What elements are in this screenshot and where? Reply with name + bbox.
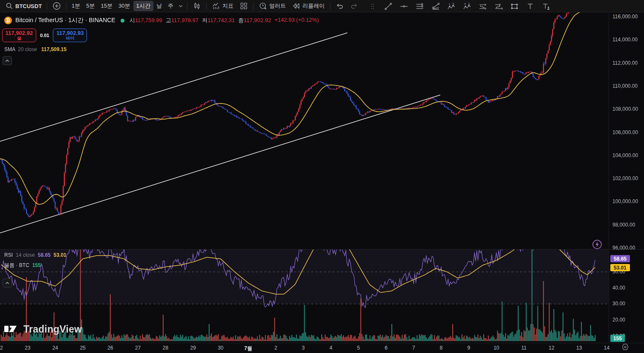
bitcoin-logo-icon: ₿ — [4, 17, 12, 24]
alert-label: 얼러트 — [269, 2, 286, 10]
volume-name: 볼륨 · BTC — [4, 262, 29, 269]
time-tick-label: 3 — [302, 345, 305, 351]
undo-button[interactable] — [332, 0, 347, 11]
candlestick-icon — [193, 2, 201, 10]
open-value: 117,759.99 — [135, 17, 162, 23]
long-position-tool[interactable] — [477, 1, 489, 12]
time-tick-label: 5 — [357, 345, 360, 351]
symbol-search-button[interactable]: BTCUSDT — [3, 0, 45, 11]
rectangle-tool[interactable] — [508, 1, 520, 12]
rsi-volume-pane[interactable] — [0, 249, 609, 343]
buy-label: 바이 — [66, 36, 74, 41]
alert-button[interactable]: 얼러트 — [256, 0, 289, 11]
sma-name: SMA — [4, 46, 15, 52]
lightning-mode-button[interactable] — [592, 239, 602, 250]
volume-value: 155 — [32, 262, 41, 268]
rsi-legend[interactable]: RSI 14 close 58.65 53.01 — [4, 252, 66, 258]
price-tick-label: 112,000.00 — [612, 60, 643, 66]
price-tick-label: 96,000.00 — [612, 245, 643, 251]
symbol-name: BTCUSDT — [15, 3, 42, 9]
svg-text:A: A — [464, 3, 466, 5]
time-tick-label: 25 — [80, 345, 85, 351]
low-label: 저 — [202, 17, 208, 23]
time-tick-label: 4 — [329, 345, 332, 351]
market-status-icon[interactable] — [121, 19, 124, 23]
redo-button[interactable] — [347, 0, 361, 11]
time-tick-label: 28 — [163, 345, 168, 351]
time-tick-label: 24 — [52, 345, 58, 351]
time-tick-label: 10 — [494, 345, 499, 351]
search-icon — [6, 2, 13, 10]
volume-legend[interactable]: 볼륨 · BTC 155 — [4, 262, 66, 269]
indicators-label: 지표 — [222, 2, 234, 10]
alert-clock-icon — [259, 2, 267, 10]
horizontal-line-tool[interactable] — [398, 1, 410, 12]
rsi-name: RSI — [4, 252, 13, 258]
time-tick-label: 14 — [604, 345, 609, 351]
interval-30m[interactable]: 30분 — [116, 1, 133, 11]
elliott-wave-tool[interactable]: 15 — [445, 1, 457, 12]
rsi-value: 58.65 — [38, 252, 51, 258]
quick-settings-icon[interactable] — [621, 343, 630, 351]
sell-button[interactable]: 117,902.92 셀 — [2, 29, 36, 42]
trend-line-tool[interactable] — [382, 1, 394, 12]
collapse-indicators-button[interactable] — [3, 56, 12, 65]
indicators-button[interactable]: 지표 — [209, 0, 237, 11]
short-position-tool[interactable] — [493, 1, 505, 12]
interval-1w[interactable]: 주 — [165, 1, 176, 11]
abc-pattern-tool[interactable]: AC — [461, 1, 473, 12]
layout-grid-button[interactable] — [237, 0, 251, 11]
tradingview-logo-icon — [3, 322, 20, 336]
rsi-tick-label: 40.00 — [612, 285, 643, 291]
toolbar-separator — [47, 3, 47, 10]
anchored-text-tool[interactable] — [540, 1, 552, 12]
svg-text:5: 5 — [453, 3, 454, 5]
interval-1d[interactable]: 날 — [153, 1, 165, 11]
sell-price: 117,902.92 — [6, 30, 33, 36]
buy-button[interactable]: 117,902.93 바이 — [53, 29, 87, 42]
main-price-chart[interactable] — [0, 12, 609, 249]
symbol-legend: ₿ Bitcoin / TetherUS · 1시간 · BINANCE 시11… — [4, 17, 319, 24]
interval-1h[interactable]: 1시간 — [133, 1, 153, 11]
sma-legend[interactable]: SMA 20 close 117,509.15 — [4, 46, 66, 52]
time-axis-border — [0, 343, 644, 343]
pitchfork-tool[interactable] — [430, 1, 442, 12]
price-tick-label: 98,000.00 — [612, 222, 643, 228]
undo-icon — [335, 2, 344, 10]
buy-price: 117,902.93 — [56, 30, 84, 36]
time-tick-label: 26 — [107, 345, 113, 351]
time-tick-label: 12 — [549, 345, 554, 351]
interval-15m[interactable]: 15분 — [98, 1, 116, 11]
rsi-ma-value: 53.01 — [54, 252, 66, 258]
replay-button[interactable]: 리플레이 — [289, 0, 328, 11]
interval-5m[interactable]: 5분 — [83, 1, 98, 11]
time-tick-label: 23 — [25, 345, 30, 351]
toolbar-separator — [206, 3, 207, 10]
collapse-subpane-button[interactable] — [3, 278, 12, 287]
time-tick-label: 29 — [190, 345, 196, 351]
open-label: 시 — [130, 17, 135, 23]
price-tick-label: 114,000.00 — [612, 37, 643, 43]
parallel-lines-tool[interactable] — [414, 1, 426, 12]
drawing-toolbar: 15 AC — [367, 0, 552, 12]
sma-params: 20 close — [18, 46, 37, 52]
grid-layout-icon — [240, 2, 248, 10]
compare-add-button[interactable] — [49, 0, 64, 11]
interval-chevron-down-icon[interactable] — [176, 3, 185, 9]
price-tick-label: 106,000.00 — [612, 129, 643, 135]
time-tick-label: 9 — [468, 345, 471, 351]
text-tool[interactable] — [524, 1, 536, 12]
rsi-params: 14 close — [16, 252, 35, 258]
axis-value-badge: 155 — [610, 335, 625, 342]
svg-text:C: C — [468, 3, 471, 5]
chart-style-button[interactable] — [190, 0, 204, 11]
top-toolbar: BTCUSDT 1분 5분 15분 30분 1시간 날 주 지표 — [0, 0, 644, 12]
time-tick-label: 8 — [440, 345, 443, 351]
pane-separator[interactable] — [0, 249, 644, 250]
drag-handle-icon[interactable] — [367, 1, 378, 12]
symbol-title[interactable]: Bitcoin / TetherUS · 1시간 · BINANCE — [15, 17, 116, 24]
price-tick-label: 104,000.00 — [612, 152, 643, 158]
time-tick-label: 6 — [384, 345, 387, 351]
interval-1m[interactable]: 1분 — [69, 1, 83, 11]
replay-icon — [292, 2, 300, 10]
